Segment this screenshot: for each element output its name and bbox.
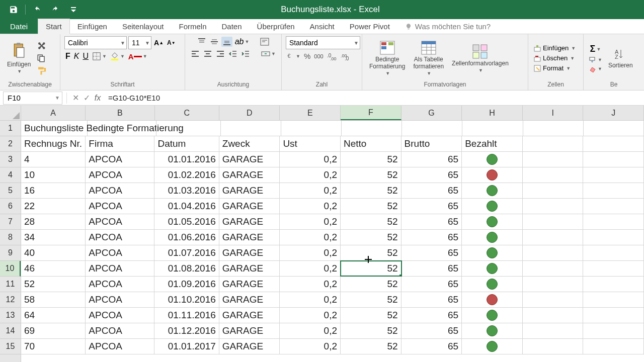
cell-styles-button[interactable]: Zellenformatvorlagen▼ xyxy=(449,42,512,75)
cell-zweck[interactable]: GARAGE xyxy=(219,167,280,183)
shrink-font-icon[interactable]: A▼ xyxy=(166,38,177,47)
cell-bezahlt[interactable] xyxy=(462,183,523,198)
cell-ust[interactable]: 0,2 xyxy=(280,199,341,214)
cell-netto[interactable]: 52 xyxy=(341,183,401,198)
row-header-8[interactable]: 8 xyxy=(0,230,21,245)
col-header-F[interactable]: F xyxy=(341,106,401,120)
row-header-6[interactable]: 6 xyxy=(0,199,21,214)
row-header-4[interactable]: 4 xyxy=(0,167,21,183)
cell-nr[interactable]: 69 xyxy=(21,323,86,338)
cell-zweck[interactable]: GARAGE xyxy=(219,183,280,198)
currency-icon[interactable]: €▼ xyxy=(286,51,301,61)
cell[interactable] xyxy=(462,121,523,136)
cell-bezahlt[interactable] xyxy=(462,292,523,307)
header-firma[interactable]: Firma xyxy=(86,136,154,151)
cell[interactable] xyxy=(402,121,462,136)
font-name-combo[interactable]: Calibri▼ xyxy=(64,36,127,49)
fill-color-icon[interactable]: ▼ xyxy=(109,51,126,62)
cell-brutto[interactable]: 65 xyxy=(401,323,462,338)
cell-datum[interactable]: 01.03.2016 xyxy=(154,183,219,198)
header-datum[interactable]: Datum xyxy=(154,136,219,151)
cell[interactable]: Buchungsliste Bedingte Formatierung xyxy=(21,121,88,136)
header-brutto[interactable]: Brutto xyxy=(401,136,462,151)
tab-file[interactable]: Datei xyxy=(0,19,38,34)
cell-datum[interactable]: 01.06.2016 xyxy=(154,230,219,245)
cell[interactable] xyxy=(281,121,342,136)
cell[interactable] xyxy=(523,292,584,307)
cell[interactable] xyxy=(583,323,644,338)
decrease-indent-icon[interactable] xyxy=(227,49,238,58)
wrap-text-icon[interactable] xyxy=(259,37,270,47)
cell-nr[interactable]: 34 xyxy=(21,230,86,245)
row-header-3[interactable]: 3 xyxy=(0,152,21,167)
cell-nr[interactable]: 4 xyxy=(21,152,86,167)
row-header-14[interactable]: 14 xyxy=(0,323,21,339)
cell-nr[interactable]: 64 xyxy=(21,308,86,323)
cell-netto[interactable]: 52 xyxy=(341,292,401,307)
cell-nr[interactable]: 70 xyxy=(21,339,86,354)
copy-icon[interactable] xyxy=(36,53,47,64)
cell-datum[interactable]: 01.07.2016 xyxy=(154,245,219,260)
tab-formulas[interactable]: Formeln xyxy=(172,19,214,34)
cell-firma[interactable]: APCOA xyxy=(86,199,154,214)
cut-icon[interactable] xyxy=(36,40,47,51)
cell-brutto[interactable]: 65 xyxy=(401,245,462,260)
row-header-2[interactable]: 2 xyxy=(0,136,21,152)
cell[interactable] xyxy=(583,245,644,260)
cell[interactable] xyxy=(523,323,584,338)
cell-firma[interactable]: APCOA xyxy=(86,339,154,354)
row-header-10[interactable]: 10 xyxy=(0,261,21,277)
insert-cells-button[interactable]: Einfügen▼ xyxy=(532,43,577,53)
row-header-12[interactable]: 12 xyxy=(0,292,21,308)
cell-datum[interactable]: 01.08.2016 xyxy=(154,261,219,276)
col-header-G[interactable]: G xyxy=(401,106,462,120)
cell-brutto[interactable]: 65 xyxy=(401,339,462,354)
cell[interactable] xyxy=(221,121,281,136)
tab-data[interactable]: Daten xyxy=(214,19,250,34)
cell-ust[interactable]: 0,2 xyxy=(280,339,341,354)
redo-icon[interactable] xyxy=(48,2,63,17)
cell-zweck[interactable]: GARAGE xyxy=(219,261,280,276)
cell-netto[interactable]: 52 xyxy=(341,323,401,338)
tab-view[interactable]: Ansicht xyxy=(302,19,342,34)
col-header-E[interactable]: E xyxy=(280,106,341,120)
cell[interactable] xyxy=(583,261,644,276)
insert-function-icon[interactable]: fx xyxy=(92,93,103,104)
row-header-1[interactable]: 1 xyxy=(0,121,21,136)
cell-netto[interactable]: 52 xyxy=(341,261,401,276)
cell-ust[interactable]: 0,2 xyxy=(280,292,341,307)
cell-brutto[interactable]: 65 xyxy=(401,199,462,214)
col-header-A[interactable]: A xyxy=(21,106,86,120)
cell[interactable] xyxy=(523,199,584,214)
cell-firma[interactable]: APCOA xyxy=(86,152,154,167)
header-netto[interactable]: Netto xyxy=(341,136,401,151)
cell-brutto[interactable]: 65 xyxy=(401,277,462,292)
cell-brutto[interactable]: 65 xyxy=(401,308,462,323)
cell[interactable] xyxy=(583,136,644,151)
borders-icon[interactable]: ▼ xyxy=(91,51,108,62)
increase-indent-icon[interactable] xyxy=(240,49,251,58)
cell[interactable] xyxy=(523,121,584,136)
align-left-icon[interactable] xyxy=(190,49,201,58)
cell-netto[interactable]: 52 xyxy=(341,167,401,183)
cell-ust[interactable]: 0,2 xyxy=(280,261,341,276)
align-center-icon[interactable] xyxy=(202,49,213,58)
cell-firma[interactable]: APCOA xyxy=(86,183,154,198)
cell[interactable] xyxy=(523,230,584,245)
cell-ust[interactable]: 0,2 xyxy=(280,245,341,260)
cell-netto[interactable]: 52 xyxy=(341,230,401,245)
align-middle-icon[interactable] xyxy=(209,37,220,47)
decrease-decimal-icon[interactable]: .00.0 xyxy=(340,51,352,61)
cell[interactable] xyxy=(523,152,584,167)
autosum-icon[interactable]: Σ▼ xyxy=(589,43,602,55)
cell-zweck[interactable]: GARAGE xyxy=(219,292,280,307)
cell-bezahlt[interactable] xyxy=(462,308,523,323)
underline-button[interactable]: U xyxy=(82,51,90,62)
percent-icon[interactable]: % xyxy=(303,51,311,61)
cell[interactable] xyxy=(342,121,402,136)
cell-zweck[interactable]: GARAGE xyxy=(219,199,280,214)
format-as-table-button[interactable]: Als Tabelle formatieren▼ xyxy=(410,38,447,77)
cell-nr[interactable]: 10 xyxy=(21,167,86,183)
tab-powerpivot[interactable]: Power Pivot xyxy=(342,19,397,34)
cell[interactable] xyxy=(583,152,644,167)
